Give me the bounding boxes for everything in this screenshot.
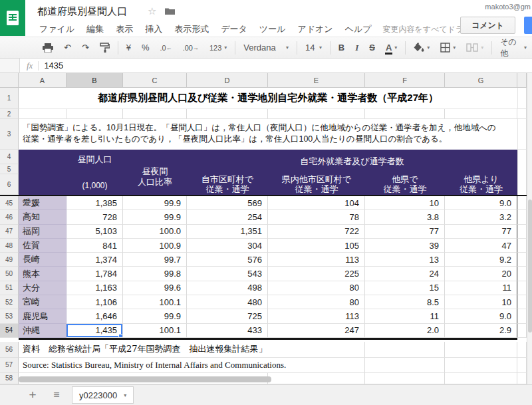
row-header[interactable]: 48 — [0, 239, 19, 253]
folder-icon[interactable] — [165, 7, 175, 15]
header-other-municipality[interactable]: 県内他市区町村で 従業・通学 — [268, 174, 365, 195]
italic-button[interactable]: I — [350, 41, 364, 55]
daytime-population-cell[interactable]: 1,163 — [66, 281, 123, 295]
corner-cell[interactable] — [0, 73, 19, 88]
other-municipality-cell[interactable]: 105 — [268, 239, 365, 253]
h-sliver-cell[interactable] — [517, 281, 527, 295]
h-sliver-cell[interactable] — [517, 225, 527, 239]
daytime-population-cell[interactable]: 1,435 — [66, 324, 123, 338]
paint-format-icon[interactable] — [94, 41, 115, 55]
cell-h56[interactable] — [517, 342, 527, 358]
menu-insert[interactable]: 挿入 — [139, 21, 168, 37]
daytime-population-cell[interactable]: 1,385 — [66, 196, 123, 210]
column-header-a[interactable]: A — [19, 73, 66, 88]
daytime-population-cell[interactable]: 841 — [66, 239, 123, 253]
text-color-button[interactable]: A▾ — [380, 41, 402, 55]
prefecture-cell[interactable]: 長崎 — [19, 253, 66, 267]
other-municipality-cell[interactable]: 247 — [268, 324, 365, 338]
own-municipality-cell[interactable]: 543 — [187, 267, 268, 281]
ratio-cell[interactable]: 99.6 — [123, 281, 187, 295]
prefecture-cell[interactable]: 鹿児島 — [19, 309, 66, 323]
own-municipality-cell[interactable]: 304 — [187, 239, 268, 253]
other-pref-out-cell[interactable]: 39 — [365, 239, 445, 253]
font-size-select[interactable]: 14▾ — [300, 41, 327, 55]
h-sliver-cell[interactable] — [517, 210, 527, 224]
row-header-4[interactable]: 4 — [0, 150, 19, 164]
own-municipality-cell[interactable]: 480 — [187, 295, 268, 309]
h-sliver-cell[interactable] — [517, 253, 527, 267]
h-sliver-cell[interactable] — [517, 324, 527, 338]
other-pref-in-cell[interactable]: 9.0 — [445, 309, 517, 323]
prefecture-cell[interactable]: 愛媛 — [19, 196, 66, 210]
header-daytime-population[interactable]: 昼間人口 (1,000) — [66, 150, 123, 195]
redo-icon[interactable]: ↷ — [76, 41, 94, 55]
cell-h57[interactable] — [517, 358, 527, 373]
other-pref-in-cell[interactable]: 47 — [445, 239, 517, 253]
star-icon[interactable]: ☆ — [148, 5, 156, 17]
own-municipality-cell[interactable]: 1,351 — [187, 225, 268, 239]
row-header[interactable]: 47 — [0, 225, 19, 239]
own-municipality-cell[interactable]: 433 — [187, 324, 268, 338]
menu-view[interactable]: 表示 — [110, 21, 139, 37]
cell-e2[interactable] — [268, 109, 365, 119]
sheets-logo[interactable] — [0, 0, 25, 36]
row-header[interactable]: 50 — [0, 267, 19, 281]
ratio-cell[interactable]: 100.1 — [123, 295, 187, 309]
header-own-municipality[interactable]: 自市区町村で 従業・通学 — [187, 174, 268, 195]
cell-g57[interactable] — [445, 358, 517, 373]
daytime-population-cell[interactable]: 1,784 — [66, 267, 123, 281]
other-pref-in-cell[interactable]: 9.0 — [445, 196, 517, 210]
row-header-3[interactable]: 3 — [0, 119, 19, 150]
own-municipality-cell[interactable]: 576 — [187, 253, 268, 267]
strikethrough-button[interactable]: S — [364, 41, 380, 55]
menu-format[interactable]: 表示形式 — [168, 21, 215, 37]
cell-h3[interactable] — [517, 119, 527, 150]
own-municipality-cell[interactable]: 569 — [187, 196, 268, 210]
menu-data[interactable]: データ — [215, 21, 253, 37]
other-pref-out-cell[interactable]: 15 — [365, 281, 445, 295]
other-pref-out-cell[interactable]: 2.0 — [365, 324, 445, 338]
own-municipality-cell[interactable]: 498 — [187, 281, 268, 295]
daytime-population-cell[interactable]: 728 — [66, 210, 123, 224]
borders-button[interactable]: ▾ — [435, 41, 461, 55]
note-cell[interactable]: 「国勢調査」による。10月1日現在。「昼間人口」は，常住人口（夜間人口）に他地域… — [19, 119, 517, 150]
menu-file[interactable]: ファイル — [33, 21, 80, 37]
row-header[interactable]: 51 — [0, 281, 19, 295]
menu-edit[interactable]: 編集 — [80, 21, 110, 37]
other-municipality-cell[interactable]: 80 — [268, 281, 365, 295]
daytime-population-cell[interactable]: 5,103 — [66, 225, 123, 239]
h-sliver-cell[interactable] — [517, 239, 527, 253]
cell-h58[interactable] — [517, 373, 527, 384]
other-pref-out-cell[interactable]: 8.5 — [365, 295, 445, 309]
other-municipality-cell[interactable]: 113 — [268, 253, 365, 267]
ratio-cell[interactable]: 99.8 — [123, 267, 187, 281]
menu-tools[interactable]: ツール — [253, 21, 292, 37]
prefecture-cell[interactable]: 高知 — [19, 210, 66, 224]
sheet-tab[interactable]: y0223000 ▾ — [72, 386, 134, 404]
row-header[interactable]: 53 — [0, 309, 19, 323]
row-header-2[interactable]: 2 — [0, 109, 19, 119]
fill-color-button[interactable]: ▾ — [408, 41, 435, 55]
other-pref-out-cell[interactable]: 77 — [365, 225, 445, 239]
source-jp-cell[interactable]: 資料 総務省統計局「平成27年国勢調査 抽出速報集計結果」 — [19, 342, 268, 358]
other-municipality-cell[interactable]: 80 — [268, 295, 365, 309]
row-header-6[interactable]: 6 — [0, 174, 19, 195]
row-header[interactable]: 45 — [0, 196, 19, 210]
undo-icon[interactable]: ↶ — [59, 41, 76, 55]
more-tools-button[interactable]: その他▾ — [495, 41, 532, 55]
other-municipality-cell[interactable]: 722 — [268, 225, 365, 239]
other-pref-in-cell[interactable]: 77 — [445, 225, 517, 239]
cell-e56[interactable] — [268, 342, 365, 358]
cell-a2[interactable] — [19, 109, 66, 119]
cell-c2[interactable] — [123, 109, 187, 119]
column-header-e[interactable]: E — [268, 73, 365, 88]
row-header-5[interactable]: 5 — [0, 164, 19, 174]
more-formats-button[interactable]: 123▾ — [204, 41, 232, 55]
daytime-population-cell[interactable]: 1,646 — [66, 309, 123, 323]
header-other-prefecture-in[interactable]: 他県より 従業・通学 — [445, 174, 517, 195]
other-pref-in-cell[interactable]: 2.9 — [445, 324, 517, 338]
other-pref-in-cell[interactable]: 3.2 — [445, 210, 517, 224]
cell-b2[interactable] — [66, 109, 123, 119]
menu-addons[interactable]: アドオン — [291, 21, 338, 37]
row-header[interactable]: 52 — [0, 295, 19, 309]
